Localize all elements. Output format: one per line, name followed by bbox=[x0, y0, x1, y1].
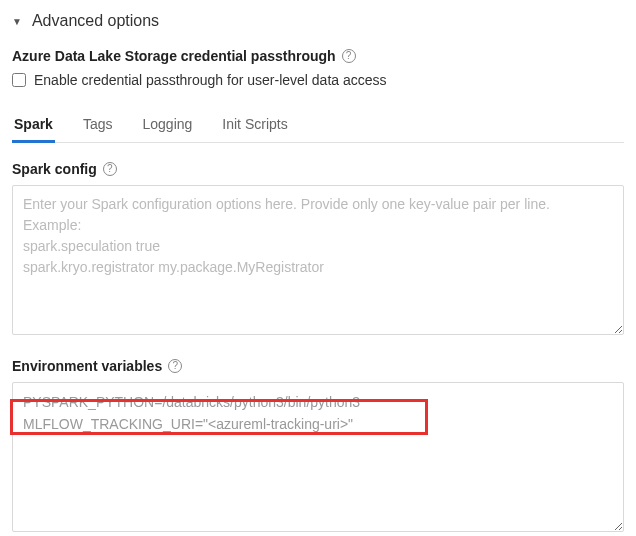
tab-logging[interactable]: Logging bbox=[141, 110, 195, 143]
spark-config-label: Spark config bbox=[12, 161, 97, 177]
spark-config-textarea[interactable] bbox=[12, 185, 624, 335]
env-vars-group: Environment variables ? bbox=[12, 358, 624, 535]
credential-passthrough-row: Enable credential passthrough for user-l… bbox=[12, 72, 624, 88]
env-vars-label: Environment variables bbox=[12, 358, 162, 374]
adls-passthrough-title-row: Azure Data Lake Storage credential passt… bbox=[12, 48, 624, 64]
help-icon[interactable]: ? bbox=[103, 162, 117, 176]
caret-down-icon: ▼ bbox=[12, 16, 22, 27]
credential-passthrough-label: Enable credential passthrough for user-l… bbox=[34, 72, 387, 88]
spark-config-group: Spark config ? bbox=[12, 161, 624, 338]
tab-spark[interactable]: Spark bbox=[12, 110, 55, 143]
env-vars-label-row: Environment variables ? bbox=[12, 358, 624, 374]
env-vars-wrapper bbox=[12, 382, 624, 535]
tab-init-scripts[interactable]: Init Scripts bbox=[220, 110, 289, 143]
help-icon[interactable]: ? bbox=[342, 49, 356, 63]
env-vars-textarea[interactable] bbox=[12, 382, 624, 532]
tab-tags[interactable]: Tags bbox=[81, 110, 115, 143]
advanced-options-title: Advanced options bbox=[32, 12, 159, 30]
help-icon[interactable]: ? bbox=[168, 359, 182, 373]
advanced-options-header[interactable]: ▼ Advanced options bbox=[12, 12, 624, 30]
config-tabs: Spark Tags Logging Init Scripts bbox=[12, 110, 624, 143]
adls-passthrough-title: Azure Data Lake Storage credential passt… bbox=[12, 48, 336, 64]
credential-passthrough-checkbox[interactable] bbox=[12, 73, 26, 87]
spark-config-label-row: Spark config ? bbox=[12, 161, 624, 177]
